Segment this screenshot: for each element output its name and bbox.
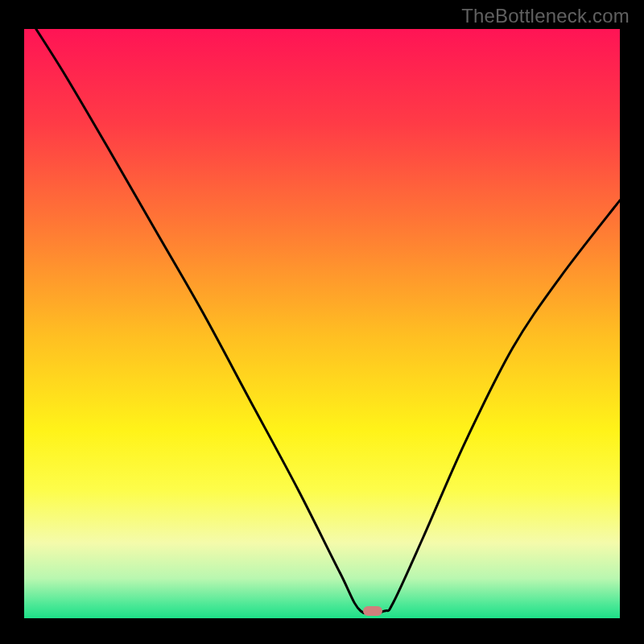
optimal-point-marker: [363, 606, 382, 616]
chart-container: TheBottleneck.com: [0, 0, 644, 644]
bottom-axis-line: [24, 618, 620, 620]
watermark-text: TheBottleneck.com: [461, 5, 630, 27]
plot-area: [24, 29, 620, 620]
bottleneck-curve: [24, 29, 620, 620]
